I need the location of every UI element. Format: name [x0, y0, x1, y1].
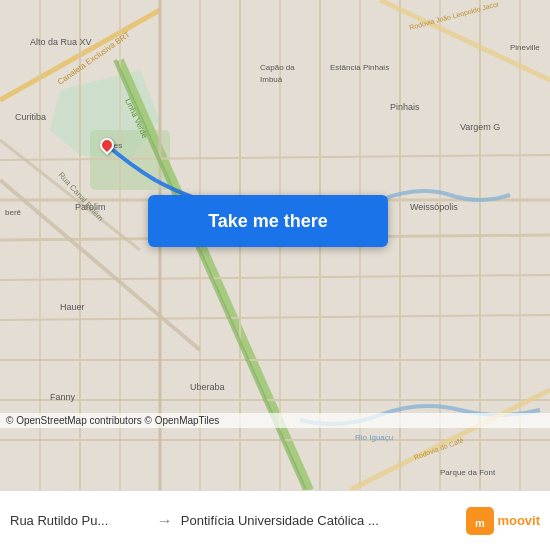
moovit-logo: m moovit [466, 507, 540, 535]
map-attribution: © OpenStreetMap contributors © OpenMapTi… [0, 413, 550, 428]
svg-text:Alto da Rua XV: Alto da Rua XV [30, 37, 92, 47]
bottom-bar: Rua Rutildo Pu... → Pontifícia Universid… [0, 490, 550, 550]
svg-text:Pineville: Pineville [510, 43, 540, 52]
svg-text:Estância Pinhais: Estância Pinhais [330, 63, 389, 72]
svg-text:Uberaba: Uberaba [190, 382, 225, 392]
svg-text:Capão da: Capão da [260, 63, 295, 72]
svg-text:berê: berê [5, 208, 22, 217]
svg-text:Vargem G: Vargem G [460, 122, 500, 132]
svg-text:Rio Iguaçu: Rio Iguaçu [355, 433, 393, 442]
arrow-icon: → [157, 512, 173, 530]
svg-text:Pinhais: Pinhais [390, 102, 420, 112]
svg-text:Imbuá: Imbuá [260, 75, 283, 84]
svg-text:Parque da Font: Parque da Font [440, 468, 496, 477]
moovit-icon: m [466, 507, 494, 535]
moovit-text: moovit [497, 513, 540, 528]
svg-text:Weissópolis: Weissópolis [410, 202, 458, 212]
destination-label: Pontifícia Universidade Católica ... [181, 513, 459, 528]
take-me-there-button[interactable]: Take me there [148, 195, 388, 247]
origin-label: Rua Rutildo Pu... [10, 513, 149, 528]
svg-text:Curitiba: Curitiba [15, 112, 46, 122]
svg-text:m: m [475, 517, 485, 529]
svg-text:Fanny: Fanny [50, 392, 76, 402]
map-container: Alto da Rua XV Curitiba Parolim Hauer Fa… [0, 0, 550, 490]
svg-text:Hauer: Hauer [60, 302, 85, 312]
